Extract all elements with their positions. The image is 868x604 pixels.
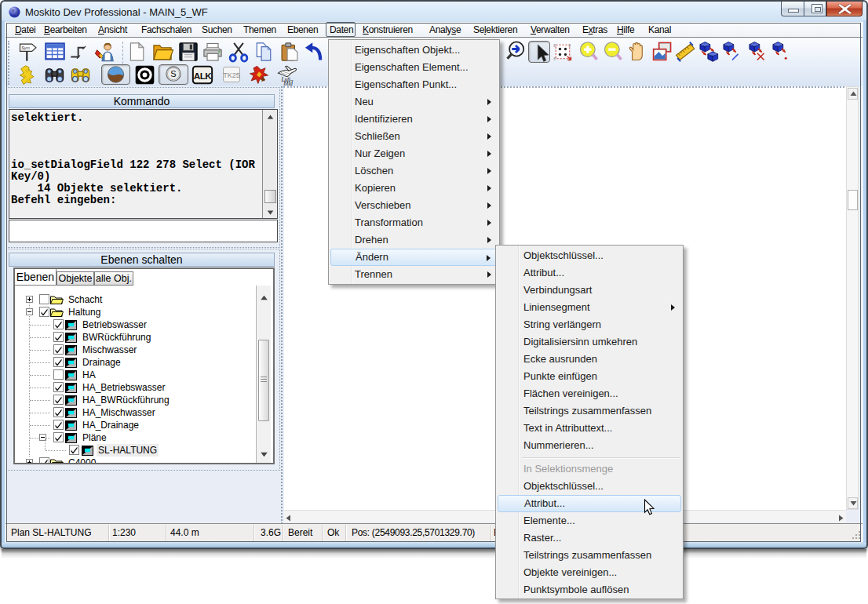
svg-text:Sym: Sym — [21, 45, 30, 50]
svg-text:8: 8 — [553, 44, 556, 48]
svg-text:ALK: ALK — [194, 71, 213, 82]
svg-text:bild: bild — [284, 81, 294, 86]
svg-text:TK25: TK25 — [223, 71, 240, 79]
svg-text:8: 8 — [569, 44, 571, 48]
svg-text:S: S — [170, 69, 176, 78]
svg-text:8: 8 — [553, 57, 556, 61]
